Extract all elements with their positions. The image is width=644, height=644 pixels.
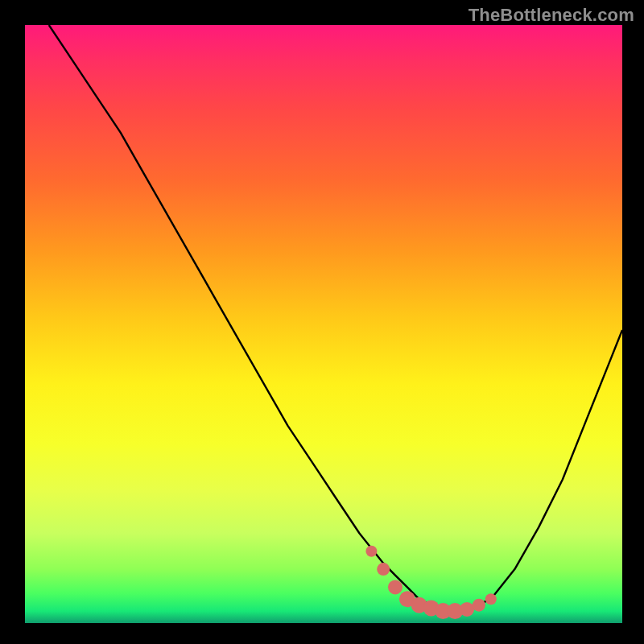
highlight-dot [365, 546, 377, 557]
plot-area [25, 25, 622, 623]
highlight-dot [388, 580, 402, 594]
bottleneck-curve [49, 25, 622, 611]
highlight-dot [460, 602, 474, 617]
highlight-dots [365, 546, 496, 619]
chart-svg [25, 25, 622, 623]
watermark-text: TheBottleneck.com [469, 5, 634, 26]
highlight-dot [377, 563, 390, 576]
highlight-dot [485, 593, 497, 605]
highlight-dot [473, 599, 485, 612]
chart-frame: TheBottleneck.com [0, 0, 644, 644]
